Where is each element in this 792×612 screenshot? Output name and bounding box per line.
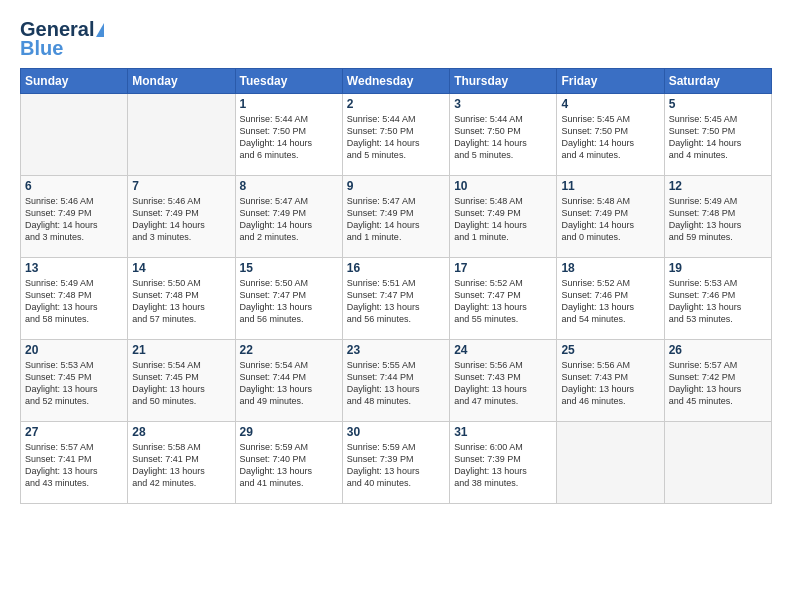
day-number: 14 bbox=[132, 261, 230, 275]
cell-info: Sunrise: 5:47 AM Sunset: 7:49 PM Dayligh… bbox=[240, 195, 338, 244]
calendar-cell: 26Sunrise: 5:57 AM Sunset: 7:42 PM Dayli… bbox=[664, 340, 771, 422]
calendar-cell: 25Sunrise: 5:56 AM Sunset: 7:43 PM Dayli… bbox=[557, 340, 664, 422]
calendar-cell: 24Sunrise: 5:56 AM Sunset: 7:43 PM Dayli… bbox=[450, 340, 557, 422]
day-number: 6 bbox=[25, 179, 123, 193]
day-number: 19 bbox=[669, 261, 767, 275]
cell-info: Sunrise: 5:45 AM Sunset: 7:50 PM Dayligh… bbox=[561, 113, 659, 162]
cell-info: Sunrise: 5:50 AM Sunset: 7:48 PM Dayligh… bbox=[132, 277, 230, 326]
calendar-cell: 27Sunrise: 5:57 AM Sunset: 7:41 PM Dayli… bbox=[21, 422, 128, 504]
cell-info: Sunrise: 5:53 AM Sunset: 7:45 PM Dayligh… bbox=[25, 359, 123, 408]
day-number: 1 bbox=[240, 97, 338, 111]
day-number: 28 bbox=[132, 425, 230, 439]
day-number: 5 bbox=[669, 97, 767, 111]
day-number: 9 bbox=[347, 179, 445, 193]
day-number: 24 bbox=[454, 343, 552, 357]
day-number: 2 bbox=[347, 97, 445, 111]
cell-info: Sunrise: 5:54 AM Sunset: 7:45 PM Dayligh… bbox=[132, 359, 230, 408]
day-number: 22 bbox=[240, 343, 338, 357]
cell-info: Sunrise: 5:46 AM Sunset: 7:49 PM Dayligh… bbox=[25, 195, 123, 244]
day-number: 17 bbox=[454, 261, 552, 275]
calendar-cell bbox=[664, 422, 771, 504]
calendar-page: General Blue SundayMondayTuesdayWednesda… bbox=[0, 0, 792, 612]
calendar-cell: 8Sunrise: 5:47 AM Sunset: 7:49 PM Daylig… bbox=[235, 176, 342, 258]
day-number: 15 bbox=[240, 261, 338, 275]
cell-info: Sunrise: 5:51 AM Sunset: 7:47 PM Dayligh… bbox=[347, 277, 445, 326]
day-number: 20 bbox=[25, 343, 123, 357]
calendar-cell bbox=[128, 94, 235, 176]
weekday-header-friday: Friday bbox=[557, 69, 664, 94]
cell-info: Sunrise: 5:55 AM Sunset: 7:44 PM Dayligh… bbox=[347, 359, 445, 408]
day-number: 16 bbox=[347, 261, 445, 275]
cell-info: Sunrise: 6:00 AM Sunset: 7:39 PM Dayligh… bbox=[454, 441, 552, 490]
calendar-cell: 12Sunrise: 5:49 AM Sunset: 7:48 PM Dayli… bbox=[664, 176, 771, 258]
day-number: 3 bbox=[454, 97, 552, 111]
cell-info: Sunrise: 5:57 AM Sunset: 7:42 PM Dayligh… bbox=[669, 359, 767, 408]
calendar-cell: 7Sunrise: 5:46 AM Sunset: 7:49 PM Daylig… bbox=[128, 176, 235, 258]
day-number: 18 bbox=[561, 261, 659, 275]
cell-info: Sunrise: 5:49 AM Sunset: 7:48 PM Dayligh… bbox=[669, 195, 767, 244]
cell-info: Sunrise: 5:59 AM Sunset: 7:40 PM Dayligh… bbox=[240, 441, 338, 490]
logo-blue: Blue bbox=[20, 37, 63, 60]
cell-info: Sunrise: 5:45 AM Sunset: 7:50 PM Dayligh… bbox=[669, 113, 767, 162]
calendar-week-2: 6Sunrise: 5:46 AM Sunset: 7:49 PM Daylig… bbox=[21, 176, 772, 258]
calendar-cell: 15Sunrise: 5:50 AM Sunset: 7:47 PM Dayli… bbox=[235, 258, 342, 340]
day-number: 4 bbox=[561, 97, 659, 111]
calendar-cell: 3Sunrise: 5:44 AM Sunset: 7:50 PM Daylig… bbox=[450, 94, 557, 176]
day-number: 12 bbox=[669, 179, 767, 193]
calendar-cell: 30Sunrise: 5:59 AM Sunset: 7:39 PM Dayli… bbox=[342, 422, 449, 504]
cell-info: Sunrise: 5:53 AM Sunset: 7:46 PM Dayligh… bbox=[669, 277, 767, 326]
day-number: 27 bbox=[25, 425, 123, 439]
calendar-cell bbox=[557, 422, 664, 504]
cell-info: Sunrise: 5:57 AM Sunset: 7:41 PM Dayligh… bbox=[25, 441, 123, 490]
cell-info: Sunrise: 5:56 AM Sunset: 7:43 PM Dayligh… bbox=[454, 359, 552, 408]
calendar-week-5: 27Sunrise: 5:57 AM Sunset: 7:41 PM Dayli… bbox=[21, 422, 772, 504]
calendar-cell: 5Sunrise: 5:45 AM Sunset: 7:50 PM Daylig… bbox=[664, 94, 771, 176]
weekday-header-saturday: Saturday bbox=[664, 69, 771, 94]
cell-info: Sunrise: 5:44 AM Sunset: 7:50 PM Dayligh… bbox=[454, 113, 552, 162]
day-number: 25 bbox=[561, 343, 659, 357]
cell-info: Sunrise: 5:49 AM Sunset: 7:48 PM Dayligh… bbox=[25, 277, 123, 326]
calendar-cell: 31Sunrise: 6:00 AM Sunset: 7:39 PM Dayli… bbox=[450, 422, 557, 504]
day-number: 29 bbox=[240, 425, 338, 439]
weekday-header-sunday: Sunday bbox=[21, 69, 128, 94]
calendar-cell: 23Sunrise: 5:55 AM Sunset: 7:44 PM Dayli… bbox=[342, 340, 449, 422]
logo-triangle-icon bbox=[96, 23, 104, 37]
weekday-header-wednesday: Wednesday bbox=[342, 69, 449, 94]
day-number: 31 bbox=[454, 425, 552, 439]
calendar-cell: 18Sunrise: 5:52 AM Sunset: 7:46 PM Dayli… bbox=[557, 258, 664, 340]
calendar-cell: 21Sunrise: 5:54 AM Sunset: 7:45 PM Dayli… bbox=[128, 340, 235, 422]
day-number: 11 bbox=[561, 179, 659, 193]
calendar-table: SundayMondayTuesdayWednesdayThursdayFrid… bbox=[20, 68, 772, 504]
day-number: 7 bbox=[132, 179, 230, 193]
weekday-header-tuesday: Tuesday bbox=[235, 69, 342, 94]
cell-info: Sunrise: 5:56 AM Sunset: 7:43 PM Dayligh… bbox=[561, 359, 659, 408]
calendar-week-1: 1Sunrise: 5:44 AM Sunset: 7:50 PM Daylig… bbox=[21, 94, 772, 176]
calendar-cell: 2Sunrise: 5:44 AM Sunset: 7:50 PM Daylig… bbox=[342, 94, 449, 176]
calendar-cell: 11Sunrise: 5:48 AM Sunset: 7:49 PM Dayli… bbox=[557, 176, 664, 258]
cell-info: Sunrise: 5:58 AM Sunset: 7:41 PM Dayligh… bbox=[132, 441, 230, 490]
calendar-cell: 28Sunrise: 5:58 AM Sunset: 7:41 PM Dayli… bbox=[128, 422, 235, 504]
cell-info: Sunrise: 5:48 AM Sunset: 7:49 PM Dayligh… bbox=[454, 195, 552, 244]
calendar-cell: 9Sunrise: 5:47 AM Sunset: 7:49 PM Daylig… bbox=[342, 176, 449, 258]
day-number: 8 bbox=[240, 179, 338, 193]
calendar-cell: 1Sunrise: 5:44 AM Sunset: 7:50 PM Daylig… bbox=[235, 94, 342, 176]
day-number: 30 bbox=[347, 425, 445, 439]
calendar-cell: 14Sunrise: 5:50 AM Sunset: 7:48 PM Dayli… bbox=[128, 258, 235, 340]
cell-info: Sunrise: 5:44 AM Sunset: 7:50 PM Dayligh… bbox=[240, 113, 338, 162]
calendar-cell: 4Sunrise: 5:45 AM Sunset: 7:50 PM Daylig… bbox=[557, 94, 664, 176]
day-number: 23 bbox=[347, 343, 445, 357]
calendar-cell: 10Sunrise: 5:48 AM Sunset: 7:49 PM Dayli… bbox=[450, 176, 557, 258]
day-number: 13 bbox=[25, 261, 123, 275]
calendar-cell bbox=[21, 94, 128, 176]
weekday-header-monday: Monday bbox=[128, 69, 235, 94]
day-number: 26 bbox=[669, 343, 767, 357]
calendar-cell: 20Sunrise: 5:53 AM Sunset: 7:45 PM Dayli… bbox=[21, 340, 128, 422]
cell-info: Sunrise: 5:47 AM Sunset: 7:49 PM Dayligh… bbox=[347, 195, 445, 244]
calendar-week-4: 20Sunrise: 5:53 AM Sunset: 7:45 PM Dayli… bbox=[21, 340, 772, 422]
calendar-cell: 6Sunrise: 5:46 AM Sunset: 7:49 PM Daylig… bbox=[21, 176, 128, 258]
calendar-header-row: SundayMondayTuesdayWednesdayThursdayFrid… bbox=[21, 69, 772, 94]
cell-info: Sunrise: 5:50 AM Sunset: 7:47 PM Dayligh… bbox=[240, 277, 338, 326]
cell-info: Sunrise: 5:52 AM Sunset: 7:46 PM Dayligh… bbox=[561, 277, 659, 326]
header: General Blue bbox=[20, 18, 772, 60]
calendar-cell: 22Sunrise: 5:54 AM Sunset: 7:44 PM Dayli… bbox=[235, 340, 342, 422]
